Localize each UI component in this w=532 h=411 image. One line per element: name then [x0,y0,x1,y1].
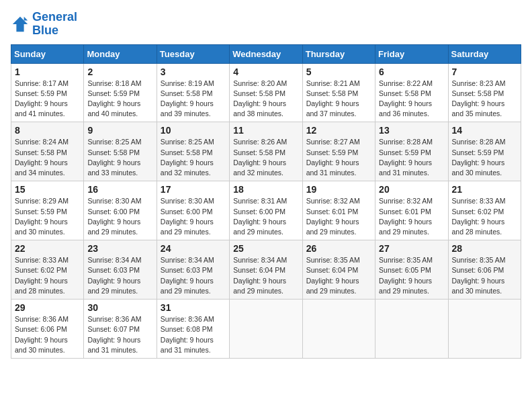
day-number: 2 [87,66,152,77]
calendar-cell [375,300,448,359]
calendar-cell: 9 Sunrise: 8:25 AM Sunset: 5:58 PM Dayli… [84,122,157,181]
day-info: Sunrise: 8:32 AM Sunset: 6:01 PM Dayligh… [379,196,444,237]
day-info: Sunrise: 8:27 AM Sunset: 5:59 PM Dayligh… [306,137,371,178]
day-info: Sunrise: 8:34 AM Sunset: 6:03 PM Dayligh… [161,255,226,296]
day-number: 5 [306,66,371,77]
page-header: General Blue [11,11,521,38]
calendar-cell: 18 Sunrise: 8:31 AM Sunset: 6:00 PM Dayl… [230,181,302,240]
calendar-cell: 3 Sunrise: 8:19 AM Sunset: 5:58 PM Dayli… [157,63,229,122]
calendar-cell: 22 Sunrise: 8:33 AM Sunset: 6:02 PM Dayl… [11,240,84,300]
calendar-cell: 2 Sunrise: 8:18 AM Sunset: 5:59 PM Dayli… [84,63,157,122]
day-info: Sunrise: 8:34 AM Sunset: 6:03 PM Dayligh… [87,255,152,296]
day-number: 13 [379,125,444,136]
calendar-cell: 12 Sunrise: 8:27 AM Sunset: 5:59 PM Dayl… [302,122,375,181]
calendar-cell: 26 Sunrise: 8:35 AM Sunset: 6:04 PM Dayl… [302,240,375,300]
calendar-cell: 4 Sunrise: 8:20 AM Sunset: 5:58 PM Dayli… [230,63,302,122]
day-number: 25 [233,243,298,254]
calendar-cell: 20 Sunrise: 8:32 AM Sunset: 6:01 PM Dayl… [375,181,448,240]
calendar-week-row: 8 Sunrise: 8:24 AM Sunset: 5:58 PM Dayli… [11,122,521,181]
day-number: 24 [161,243,226,254]
day-number: 1 [15,66,80,77]
day-number: 31 [161,302,226,313]
calendar-cell: 14 Sunrise: 8:28 AM Sunset: 5:59 PM Dayl… [448,122,521,181]
calendar-cell: 19 Sunrise: 8:32 AM Sunset: 6:01 PM Dayl… [302,181,375,240]
calendar-cell: 17 Sunrise: 8:30 AM Sunset: 6:00 PM Dayl… [157,181,229,240]
calendar-cell: 11 Sunrise: 8:26 AM Sunset: 5:58 PM Dayl… [230,122,302,181]
weekday-header: Thursday [302,44,375,63]
day-number: 16 [87,184,152,195]
calendar-week-row: 15 Sunrise: 8:29 AM Sunset: 5:59 PM Dayl… [11,181,521,240]
day-number: 29 [15,302,80,313]
day-info: Sunrise: 8:36 AM Sunset: 6:06 PM Dayligh… [15,314,80,355]
day-info: Sunrise: 8:29 AM Sunset: 5:59 PM Dayligh… [15,196,80,237]
day-info: Sunrise: 8:24 AM Sunset: 5:58 PM Dayligh… [15,137,80,178]
day-info: Sunrise: 8:23 AM Sunset: 5:58 PM Dayligh… [452,79,517,120]
calendar-cell: 31 Sunrise: 8:36 AM Sunset: 6:08 PM Dayl… [157,300,229,359]
day-info: Sunrise: 8:34 AM Sunset: 6:04 PM Dayligh… [233,255,298,296]
day-number: 12 [306,125,371,136]
day-number: 26 [306,243,371,254]
calendar-cell: 27 Sunrise: 8:35 AM Sunset: 6:05 PM Dayl… [375,240,448,300]
day-info: Sunrise: 8:31 AM Sunset: 6:00 PM Dayligh… [233,196,298,237]
day-number: 4 [233,66,298,77]
calendar-cell: 25 Sunrise: 8:34 AM Sunset: 6:04 PM Dayl… [230,240,302,300]
calendar-cell: 5 Sunrise: 8:21 AM Sunset: 5:58 PM Dayli… [302,63,375,122]
weekday-header: Tuesday [157,44,229,63]
calendar-cell [302,300,375,359]
day-info: Sunrise: 8:33 AM Sunset: 6:02 PM Dayligh… [15,255,80,296]
day-number: 14 [452,125,517,136]
weekday-header: Monday [84,44,157,63]
calendar-cell: 29 Sunrise: 8:36 AM Sunset: 6:06 PM Dayl… [11,300,84,359]
calendar-cell: 16 Sunrise: 8:30 AM Sunset: 6:00 PM Dayl… [84,181,157,240]
day-number: 9 [87,125,152,136]
day-info: Sunrise: 8:25 AM Sunset: 5:58 PM Dayligh… [161,137,226,178]
day-info: Sunrise: 8:28 AM Sunset: 5:59 PM Dayligh… [452,137,517,178]
calendar-cell: 1 Sunrise: 8:17 AM Sunset: 5:59 PM Dayli… [11,63,84,122]
weekday-header: Wednesday [230,44,302,63]
day-info: Sunrise: 8:20 AM Sunset: 5:58 PM Dayligh… [233,79,298,120]
calendar-cell: 15 Sunrise: 8:29 AM Sunset: 5:59 PM Dayl… [11,181,84,240]
calendar-week-row: 29 Sunrise: 8:36 AM Sunset: 6:06 PM Dayl… [11,300,521,359]
day-number: 15 [15,184,80,195]
day-info: Sunrise: 8:22 AM Sunset: 5:58 PM Dayligh… [379,79,444,120]
day-info: Sunrise: 8:30 AM Sunset: 6:00 PM Dayligh… [161,196,226,237]
day-number: 3 [161,66,226,77]
day-info: Sunrise: 8:32 AM Sunset: 6:01 PM Dayligh… [306,196,371,237]
logo-icon [11,15,30,34]
svg-marker-1 [24,17,28,21]
calendar-cell [448,300,521,359]
calendar-cell: 21 Sunrise: 8:33 AM Sunset: 6:02 PM Dayl… [448,181,521,240]
day-number: 20 [379,184,444,195]
logo-text: General Blue [32,11,77,38]
calendar-table: SundayMondayTuesdayWednesdayThursdayFrid… [11,44,521,359]
calendar-cell: 8 Sunrise: 8:24 AM Sunset: 5:58 PM Dayli… [11,122,84,181]
day-number: 22 [15,243,80,254]
day-info: Sunrise: 8:35 AM Sunset: 6:06 PM Dayligh… [452,255,517,296]
day-number: 28 [452,243,517,254]
day-number: 18 [233,184,298,195]
day-number: 19 [306,184,371,195]
calendar-week-row: 22 Sunrise: 8:33 AM Sunset: 6:02 PM Dayl… [11,240,521,300]
day-info: Sunrise: 8:17 AM Sunset: 5:59 PM Dayligh… [15,79,80,120]
day-info: Sunrise: 8:25 AM Sunset: 5:58 PM Dayligh… [87,137,152,178]
day-info: Sunrise: 8:30 AM Sunset: 6:00 PM Dayligh… [87,196,152,237]
day-info: Sunrise: 8:21 AM Sunset: 5:58 PM Dayligh… [306,79,371,120]
day-info: Sunrise: 8:26 AM Sunset: 5:58 PM Dayligh… [233,137,298,178]
calendar-cell: 13 Sunrise: 8:28 AM Sunset: 5:59 PM Dayl… [375,122,448,181]
day-number: 11 [233,125,298,136]
weekday-header: Saturday [448,44,521,63]
day-number: 17 [161,184,226,195]
day-info: Sunrise: 8:36 AM Sunset: 6:07 PM Dayligh… [87,314,152,355]
calendar-cell: 30 Sunrise: 8:36 AM Sunset: 6:07 PM Dayl… [84,300,157,359]
day-info: Sunrise: 8:18 AM Sunset: 5:59 PM Dayligh… [87,79,152,120]
calendar-cell: 23 Sunrise: 8:34 AM Sunset: 6:03 PM Dayl… [84,240,157,300]
calendar-cell: 10 Sunrise: 8:25 AM Sunset: 5:58 PM Dayl… [157,122,229,181]
calendar-cell: 7 Sunrise: 8:23 AM Sunset: 5:58 PM Dayli… [448,63,521,122]
weekday-header: Friday [375,44,448,63]
day-info: Sunrise: 8:35 AM Sunset: 6:04 PM Dayligh… [306,255,371,296]
day-info: Sunrise: 8:35 AM Sunset: 6:05 PM Dayligh… [379,255,444,296]
day-number: 21 [452,184,517,195]
day-info: Sunrise: 8:36 AM Sunset: 6:08 PM Dayligh… [161,314,226,355]
calendar-header-row: SundayMondayTuesdayWednesdayThursdayFrid… [11,44,521,63]
day-number: 23 [87,243,152,254]
